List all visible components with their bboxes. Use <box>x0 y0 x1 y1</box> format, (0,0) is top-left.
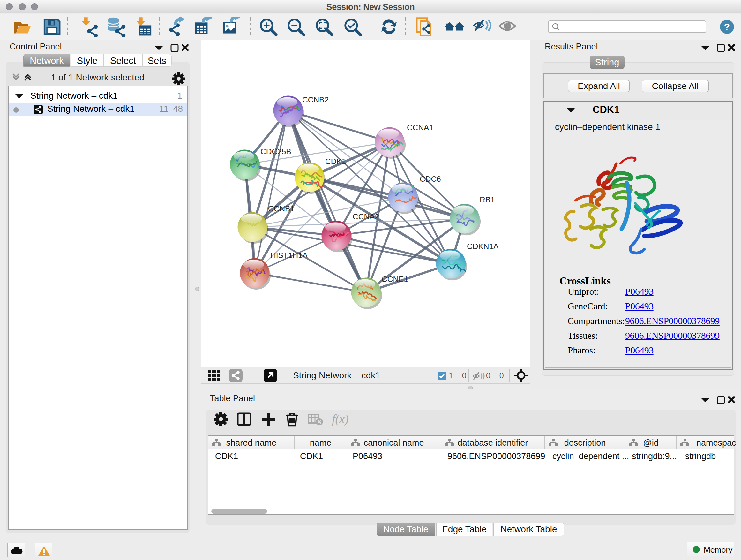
svg-text:CCNE1: CCNE1 <box>382 275 408 284</box>
svg-text:CDK1: CDK1 <box>325 157 346 166</box>
svg-text:HIST1H1A: HIST1H1A <box>270 251 308 260</box>
svg-text:CCNA1: CCNA1 <box>407 123 433 132</box>
svg-text:CCNB1: CCNB1 <box>268 204 294 213</box>
svg-text:CCNA2: CCNA2 <box>353 212 379 221</box>
svg-text:CCNB2: CCNB2 <box>302 96 329 104</box>
svg-text:?: ? <box>724 21 730 32</box>
svg-text:CDKN1A: CDKN1A <box>467 242 499 251</box>
svg-text:RB1: RB1 <box>480 195 495 204</box>
svg-text:CDC6: CDC6 <box>420 175 441 183</box>
svg-text:CDC25B: CDC25B <box>260 147 291 156</box>
